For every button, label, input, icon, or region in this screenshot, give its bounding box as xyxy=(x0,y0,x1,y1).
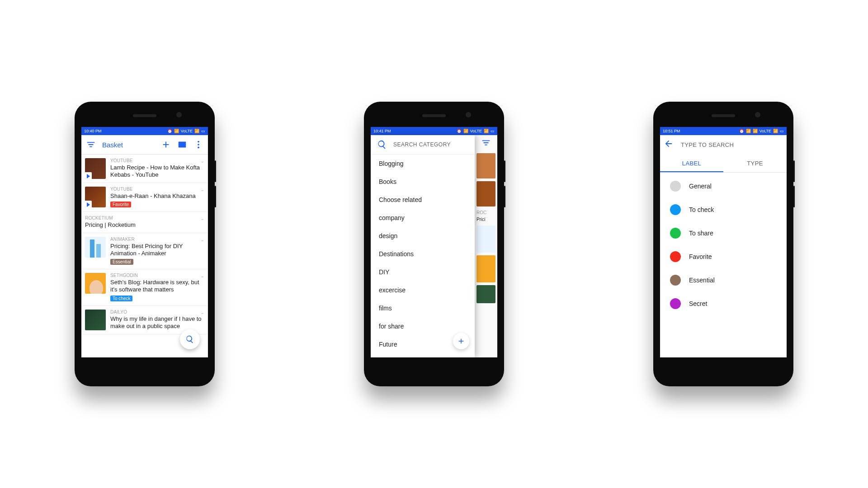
status-bar: 10:40 PM ⏰📶VoLTE📶▭ xyxy=(81,127,208,135)
item-title: Pricing | Rocketium xyxy=(85,221,204,229)
chevron-down-icon[interactable]: ⌄ xyxy=(200,187,204,192)
status-time: 10:41 PM xyxy=(373,129,391,133)
status-time: 10:51 PM xyxy=(663,129,680,133)
battery-icon: ▭ xyxy=(780,129,784,133)
more-icon[interactable] xyxy=(193,140,203,150)
thumbnail xyxy=(85,273,106,294)
label-badge: Essential xyxy=(110,259,133,265)
back-button[interactable] xyxy=(664,139,674,150)
category-drawer: SEARCH CATEGORY BloggingBooksChoose rela… xyxy=(371,135,475,357)
list-item[interactable]: ANIMAKERPricing: Best Pricing for DIY An… xyxy=(81,233,208,270)
chevron-down-icon[interactable]: ⌄ xyxy=(200,216,204,221)
search-hint[interactable]: TYPE TO SEARCH xyxy=(681,141,734,148)
category-item[interactable]: Destinations xyxy=(371,245,475,263)
filter-icon[interactable] xyxy=(86,140,96,150)
app-title: Basket xyxy=(102,141,123,149)
play-icon xyxy=(85,201,92,207)
item-source: ANIMAKER xyxy=(110,237,204,242)
svg-point-2 xyxy=(198,147,199,149)
item-source: SETHGODIN xyxy=(110,273,204,278)
label-color-dot xyxy=(670,204,681,215)
item-title: Lamb Recipe - How to Make Kofta Kebabs -… xyxy=(110,164,204,179)
category-item[interactable]: excercise xyxy=(371,281,475,299)
label-color-dot xyxy=(670,275,681,286)
search-fab[interactable] xyxy=(180,329,200,349)
label-badge: To check xyxy=(110,296,132,301)
alarm-icon: ⏰ xyxy=(167,129,172,133)
chevron-down-icon[interactable]: ⌄ xyxy=(200,158,204,164)
svg-point-0 xyxy=(198,141,199,143)
peek-title: Prici xyxy=(475,216,497,223)
category-item[interactable]: Blogging xyxy=(371,155,475,173)
label-row[interactable]: To check xyxy=(660,198,787,221)
category-item[interactable]: films xyxy=(371,299,475,317)
item-title: Shaan-e-Raan - Khana Khazana xyxy=(110,192,204,200)
item-source: ROCKETIUM xyxy=(85,216,204,221)
label-color-dot xyxy=(670,228,681,239)
signal-icon: 📶 xyxy=(194,129,199,133)
category-item[interactable]: design xyxy=(371,227,475,245)
wifi-icon: 📶 xyxy=(746,129,751,133)
label-row[interactable]: Favorite xyxy=(660,245,787,268)
toolbar: TYPE TO SEARCH xyxy=(660,135,787,154)
thumbnail xyxy=(85,237,106,258)
chevron-down-icon[interactable]: ⌄ xyxy=(200,237,204,243)
thumbnail xyxy=(85,187,106,207)
category-item[interactable]: Books xyxy=(371,173,475,191)
category-item[interactable]: company xyxy=(371,209,475,227)
label-name: General xyxy=(689,183,712,190)
mail-icon[interactable] xyxy=(177,140,187,150)
label-name: Essential xyxy=(689,277,715,284)
phone-1: 10:40 PM ⏰📶VoLTE📶▭ Basket YOUTUBELamb Re… xyxy=(75,102,215,386)
signal-icon: 📶 xyxy=(484,129,489,133)
list-item[interactable]: YOUTUBEShaan-e-Raan - Khana KhazanaFavor… xyxy=(81,183,208,212)
label-badge: Favorite xyxy=(110,202,131,207)
phone-3: 10:51 PM ⏰📶📶VoLTE📶▭ TYPE TO SEARCH LABEL… xyxy=(653,102,793,386)
status-bar: 10:41 PM ⏰📶VoLTE📶▭ xyxy=(371,127,497,135)
list-item[interactable]: ROCKETIUMPricing | Rocketium⌄ xyxy=(81,212,208,233)
phone-2: 10:41 PM ⏰📶VoLTE📶▭ ROC Prici xyxy=(364,102,504,386)
item-title: Seth's Blog: Hardware is sexy, but it's … xyxy=(110,279,204,294)
peek-source: ROC xyxy=(475,209,497,216)
chevron-down-icon[interactable]: ⌄ xyxy=(200,273,204,279)
svg-point-1 xyxy=(198,144,199,145)
label-name: Secret xyxy=(689,300,707,307)
filter-icon[interactable] xyxy=(481,138,491,148)
list-item[interactable]: YOUTUBELamb Recipe - How to Make Kofta K… xyxy=(81,155,208,183)
add-button[interactable] xyxy=(161,140,171,150)
tab-type[interactable]: TYPE xyxy=(723,154,787,172)
alarm-icon: ⏰ xyxy=(739,129,744,133)
tab-label[interactable]: LABEL xyxy=(660,154,723,172)
search-category-label[interactable]: SEARCH CATEGORY xyxy=(393,141,451,148)
item-source: YOUTUBE xyxy=(110,158,204,163)
label-color-dot xyxy=(670,298,681,309)
alarm-icon: ⏰ xyxy=(457,129,462,133)
add-category-fab[interactable] xyxy=(453,333,469,349)
category-item[interactable]: for share xyxy=(371,317,475,335)
toolbar: Basket xyxy=(81,135,208,155)
status-bar: 10:51 PM ⏰📶📶VoLTE📶▭ xyxy=(660,127,787,135)
label-row[interactable]: To share xyxy=(660,221,787,245)
list-item[interactable]: SETHGODINSeth's Blog: Hardware is sexy, … xyxy=(81,269,208,306)
item-title: Why is my life in danger if I have to ma… xyxy=(110,315,204,330)
category-item[interactable]: Choose related xyxy=(371,191,475,209)
battery-icon: ▭ xyxy=(491,129,495,133)
category-item[interactable]: DIY xyxy=(371,263,475,281)
network-label: VoLTE xyxy=(181,129,193,133)
label-row[interactable]: Secret xyxy=(660,292,787,315)
battery-icon: ▭ xyxy=(201,129,205,133)
item-source: DAILYO xyxy=(110,310,204,314)
signal-icon: 📶 xyxy=(174,129,179,133)
chevron-down-icon[interactable]: ⌄ xyxy=(200,310,204,315)
status-time: 10:40 PM xyxy=(84,129,102,133)
label-color-dot xyxy=(670,181,681,192)
label-row[interactable]: General xyxy=(660,174,787,198)
play-icon xyxy=(85,172,92,179)
search-icon[interactable] xyxy=(377,140,387,150)
thumbnail xyxy=(85,158,106,179)
background-content: ROC Prici xyxy=(474,135,497,357)
signal-icon: 📶 xyxy=(463,129,468,133)
network-label: VoLTE xyxy=(470,129,482,133)
signal-icon: 📶 xyxy=(753,129,758,133)
label-row[interactable]: Essential xyxy=(660,268,787,292)
